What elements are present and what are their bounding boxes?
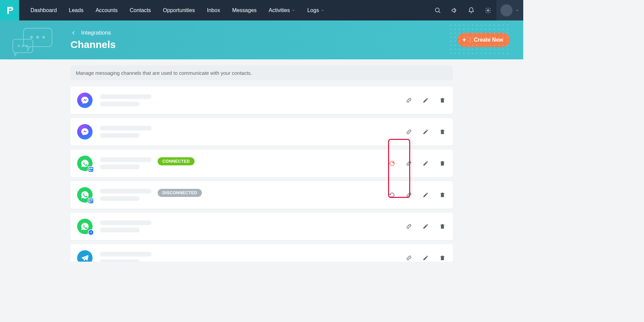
svg-rect-127 [92, 170, 93, 171]
edit-button[interactable] [422, 160, 429, 167]
user-menu[interactable] [496, 0, 523, 20]
delete-button[interactable] [439, 97, 446, 104]
svg-point-35 [494, 29, 495, 30]
link-button[interactable] [405, 128, 413, 136]
hero-dot-pattern [449, 24, 510, 56]
whatsapp-qr-icon [77, 156, 93, 171]
channel-text-placeholder [100, 220, 152, 232]
qr-badge-icon [88, 198, 94, 204]
svg-point-4 [30, 36, 33, 39]
notifications-button[interactable] [463, 0, 480, 20]
svg-point-90 [489, 45, 490, 46]
row-actions [405, 97, 446, 104]
svg-point-46 [481, 33, 482, 34]
svg-point-62 [489, 37, 490, 38]
nav-right [429, 0, 523, 20]
row-actions [405, 128, 446, 136]
svg-point-2 [487, 9, 489, 11]
link-button[interactable] [405, 254, 413, 262]
app-logo[interactable] [0, 0, 19, 20]
edit-button[interactable] [422, 223, 429, 230]
svg-point-99 [468, 49, 469, 50]
nav-item-leads[interactable]: Leads [64, 5, 88, 16]
svg-point-33 [485, 29, 486, 30]
svg-point-54 [454, 37, 455, 38]
nav-item-inbox[interactable]: Inbox [202, 5, 225, 16]
svg-point-108 [507, 49, 508, 50]
svg-point-69 [459, 41, 460, 42]
svg-point-23 [502, 24, 503, 25]
nav-item-dashboard[interactable]: Dashboard [26, 5, 61, 16]
edit-button[interactable] [422, 128, 429, 136]
channel-row [70, 87, 453, 114]
svg-point-115 [476, 53, 477, 54]
page-title: Channels [70, 39, 116, 50]
avatar [500, 4, 513, 16]
svg-point-58 [472, 37, 473, 38]
delete-button[interactable] [439, 160, 446, 167]
channel-row: CONNECTED [70, 150, 453, 177]
telegram-icon [77, 250, 93, 262]
svg-point-18 [481, 24, 482, 25]
channel-row [70, 244, 453, 262]
svg-point-24 [507, 24, 508, 25]
svg-point-5 [36, 36, 39, 39]
reconnect-button[interactable] [388, 191, 396, 199]
nav-item-activities[interactable]: Activities [264, 5, 300, 16]
skeleton-line [100, 196, 140, 201]
breadcrumb[interactable]: Integrations [70, 30, 116, 36]
svg-point-71 [468, 41, 469, 42]
nav-item-logs[interactable]: Logs [303, 5, 329, 16]
svg-point-121 [502, 53, 503, 54]
svg-point-22 [498, 24, 499, 25]
link-button[interactable] [405, 191, 413, 199]
link-button[interactable] [405, 223, 413, 230]
svg-point-38 [507, 29, 508, 30]
skeleton-line [100, 259, 140, 262]
whatsapp-qr-icon [77, 187, 93, 203]
nav-item-accounts[interactable]: Accounts [91, 5, 122, 16]
svg-point-0 [435, 8, 439, 12]
svg-point-45 [476, 33, 477, 34]
svg-point-73 [476, 41, 477, 42]
edit-button[interactable] [422, 97, 429, 104]
svg-rect-131 [89, 201, 91, 203]
announcements-button[interactable] [446, 0, 463, 20]
svg-point-15 [468, 24, 469, 25]
svg-point-50 [498, 33, 499, 34]
delete-button[interactable] [439, 254, 446, 262]
row-actions [405, 254, 446, 262]
messenger-icon [77, 93, 93, 108]
link-button[interactable] [405, 97, 413, 104]
svg-point-63 [494, 37, 495, 38]
search-button[interactable] [429, 0, 446, 20]
svg-point-30 [472, 29, 473, 30]
svg-point-57 [468, 37, 469, 38]
svg-rect-130 [91, 199, 93, 201]
breadcrumb-parent: Integrations [81, 30, 111, 36]
channel-row: DISCONNECTED [70, 181, 453, 209]
svg-point-14 [463, 24, 464, 25]
svg-point-61 [485, 37, 486, 38]
nav-item-opportunities[interactable]: Opportunities [158, 5, 200, 16]
edit-button[interactable] [422, 254, 429, 262]
nav-item-messages[interactable]: Messages [227, 5, 261, 16]
svg-point-110 [454, 53, 455, 54]
settings-button[interactable] [480, 0, 496, 20]
delete-button[interactable] [439, 223, 446, 230]
link-button[interactable] [405, 160, 413, 167]
messenger-icon [77, 124, 93, 140]
svg-rect-124 [91, 168, 93, 169]
edit-button[interactable] [422, 191, 429, 199]
skeleton-line [100, 133, 140, 138]
svg-line-1 [439, 11, 440, 13]
delete-button[interactable] [439, 128, 446, 136]
delete-button[interactable] [439, 191, 446, 199]
logout-button[interactable] [388, 160, 396, 167]
svg-point-85 [468, 45, 469, 46]
nav-item-contacts[interactable]: Contacts [125, 5, 156, 16]
svg-point-65 [502, 37, 503, 38]
svg-point-17 [476, 24, 477, 25]
skeleton-line [100, 228, 140, 232]
top-navigation: DashboardLeadsAccountsContactsOpportunit… [0, 0, 523, 20]
